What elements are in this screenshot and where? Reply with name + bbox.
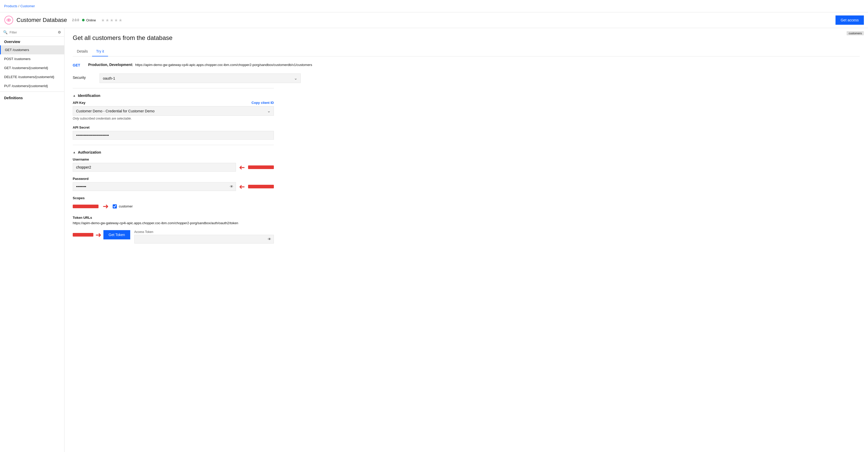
username-label: Username bbox=[73, 157, 89, 161]
status-indicator: Online bbox=[82, 18, 96, 22]
password-label: Password bbox=[73, 177, 88, 181]
security-dropdown-value: oauth-1 bbox=[103, 76, 115, 80]
identification-header[interactable]: ▲ Identification bbox=[73, 94, 860, 98]
logo-icon bbox=[4, 15, 13, 25]
scopes-section: Scopes ➜ customer bbox=[73, 196, 274, 211]
scope-customer-label: customer bbox=[119, 204, 132, 208]
sidebar-definitions[interactable]: Definitions bbox=[0, 93, 64, 101]
breadcrumb-products[interactable]: Products bbox=[4, 4, 17, 8]
nav-item-get-customer-id[interactable]: GET /customers/{customerId} bbox=[0, 63, 64, 72]
breadcrumb-customer[interactable]: Customer bbox=[20, 4, 35, 8]
collapse-icon-2: ▲ bbox=[73, 151, 76, 154]
tabs-bar: Details Try it bbox=[73, 46, 860, 57]
security-content: oauth-1 ⌄ bbox=[99, 73, 860, 83]
copy-client-id-link[interactable]: Copy client ID bbox=[251, 101, 274, 105]
tab-try-it[interactable]: Try it bbox=[92, 46, 108, 57]
breadcrumb: Products / Customer bbox=[4, 4, 35, 8]
version-badge: 2.0.0 bbox=[72, 18, 79, 22]
username-group: Username ➜ bbox=[73, 157, 274, 172]
status-label: Online bbox=[86, 18, 96, 22]
token-url-value: https://apim-demo-gw-gateway-cp4i-apic.a… bbox=[73, 221, 274, 225]
chevron-down-icon: ⌄ bbox=[294, 76, 297, 80]
status-dot bbox=[82, 19, 85, 22]
star-2[interactable]: ★ bbox=[105, 18, 109, 23]
main-layout: 🔍 ⚙ Overview GET /customers POST /custom… bbox=[0, 28, 868, 452]
page-header: Customer Database 2.0.0 Online ★ ★ ★ ★ ★… bbox=[0, 12, 868, 28]
access-token-field-wrap: 👁 bbox=[134, 235, 274, 244]
sidebar-overview[interactable]: Overview bbox=[0, 37, 64, 45]
rating-stars: ★ ★ ★ ★ ★ bbox=[101, 18, 122, 23]
get-access-button[interactable]: Get access bbox=[836, 15, 864, 25]
top-nav: Products / Customer bbox=[0, 0, 868, 12]
arrow-line-get-token bbox=[73, 233, 93, 236]
arrow-line-scopes bbox=[73, 204, 98, 208]
tab-details[interactable]: Details bbox=[73, 46, 92, 57]
svg-point-1 bbox=[8, 19, 9, 21]
get-token-button[interactable]: Get Token bbox=[103, 230, 130, 239]
star-3[interactable]: ★ bbox=[110, 18, 114, 23]
nav-item-post-customers[interactable]: POST /customers bbox=[0, 54, 64, 63]
nav-item-get-customers[interactable]: GET /customers bbox=[0, 45, 64, 54]
identification-label: Identification bbox=[78, 94, 100, 98]
star-5[interactable]: ★ bbox=[119, 18, 122, 23]
star-4[interactable]: ★ bbox=[114, 18, 118, 23]
app-title: Customer Database bbox=[17, 17, 67, 24]
arrow-line-username bbox=[248, 165, 274, 169]
api-key-group: API Key Copy client ID Customer Demo - C… bbox=[73, 101, 274, 120]
header-left: Customer Database 2.0.0 Online ★ ★ ★ ★ ★ bbox=[4, 15, 122, 25]
username-label-row: Username bbox=[73, 157, 274, 161]
customers-badge: customers bbox=[846, 31, 864, 35]
star-1[interactable]: ★ bbox=[101, 18, 105, 23]
eye-icon-access-token[interactable]: 👁 bbox=[268, 237, 271, 241]
arrow-get-token: ➜ bbox=[95, 231, 101, 239]
api-key-hint: Only subscribed credentials are selectab… bbox=[73, 117, 274, 120]
password-label-row: Password bbox=[73, 177, 274, 181]
arrow-password: ➜ bbox=[239, 183, 245, 191]
username-input[interactable] bbox=[73, 163, 236, 172]
env-url: https://apim-demo-gw-gateway-cp4i-apic.a… bbox=[135, 63, 312, 67]
sidebar: 🔍 ⚙ Overview GET /customers POST /custom… bbox=[0, 28, 64, 452]
main-content: customers Get all customers from the dat… bbox=[64, 28, 868, 452]
password-group: Password 👁 ➜ bbox=[73, 177, 274, 191]
arrow-line-password bbox=[248, 185, 274, 188]
filter-options-icon[interactable]: ⚙ bbox=[58, 30, 61, 34]
nav-item-delete-customer-id[interactable]: DELETE /customers/{customerId} bbox=[0, 72, 64, 82]
scope-checkbox-customer[interactable] bbox=[113, 204, 117, 208]
env-info: Production, Development: https://apim-de… bbox=[88, 63, 312, 67]
access-token-section: Access Token 👁 bbox=[134, 230, 274, 244]
authorization-header[interactable]: ▲ Authorization bbox=[73, 150, 860, 154]
token-url-label: Token URLs bbox=[73, 216, 274, 220]
chevron-down-icon-2: ⌄ bbox=[267, 108, 271, 114]
api-secret-label: API Secret bbox=[73, 126, 90, 129]
arrow-username: ➜ bbox=[239, 163, 245, 172]
api-secret-value: •••••••••••••••••••••••••• bbox=[73, 131, 274, 140]
get-token-row: ➜ Get Token Access Token 👁 bbox=[73, 230, 274, 244]
api-secret-label-row: API Secret bbox=[73, 126, 274, 129]
api-key-value: Customer Demo - Credential for Customer … bbox=[76, 109, 154, 113]
arrow-scopes: ➜ bbox=[103, 202, 108, 211]
eye-icon[interactable]: 👁 bbox=[230, 185, 234, 189]
page-title: Get all customers from the database bbox=[73, 34, 860, 41]
api-secret-group: API Secret •••••••••••••••••••••••••• bbox=[73, 126, 274, 140]
api-key-label: API Key bbox=[73, 101, 85, 105]
access-token-input[interactable] bbox=[134, 235, 274, 244]
filter-input[interactable] bbox=[9, 30, 56, 34]
api-key-dropdown[interactable]: Customer Demo - Credential for Customer … bbox=[73, 106, 274, 116]
env-label: Production, Development: bbox=[88, 63, 133, 67]
security-row: Security oauth-1 ⌄ bbox=[73, 73, 860, 83]
scopes-label: Scopes bbox=[73, 196, 274, 200]
breadcrumb-separator: / bbox=[18, 4, 19, 8]
collapse-icon: ▲ bbox=[73, 94, 76, 97]
password-input[interactable] bbox=[73, 182, 236, 191]
nav-item-put-customer-id[interactable]: PUT /customers/{customerId} bbox=[0, 82, 64, 91]
api-key-label-row: API Key Copy client ID bbox=[73, 101, 274, 105]
authorization-label: Authorization bbox=[78, 150, 101, 154]
filter-bar: 🔍 ⚙ bbox=[0, 28, 64, 37]
security-dropdown[interactable]: oauth-1 ⌄ bbox=[99, 73, 301, 83]
token-url-section: Token URLs https://apim-demo-gw-gateway-… bbox=[73, 216, 274, 225]
scope-item-customer: customer bbox=[113, 204, 132, 208]
separator-2 bbox=[73, 145, 274, 145]
access-token-label: Access Token bbox=[134, 230, 274, 234]
http-method-label: GET bbox=[73, 63, 88, 67]
search-icon: 🔍 bbox=[3, 30, 7, 34]
